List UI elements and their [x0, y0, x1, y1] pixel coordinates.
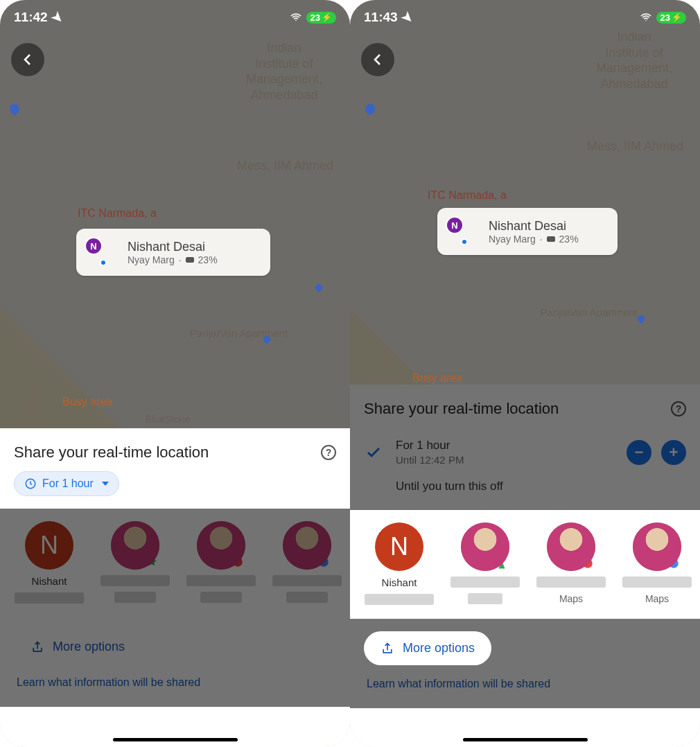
location-services-icon: ➤ [398, 8, 417, 27]
map-poi-label: Mess, IIM Ahmed [587, 139, 683, 155]
map-poi-label: ITC Narmada, a [78, 206, 157, 220]
battery-icon [547, 236, 555, 242]
share-target-person[interactable] [94, 521, 176, 604]
person-name: Nishant [382, 577, 417, 588]
current-location-dot [100, 259, 107, 266]
clock-icon [24, 477, 37, 490]
battery-icon [186, 257, 194, 263]
share-target-person[interactable] [266, 521, 348, 604]
location-card[interactable]: N Nishant Desai Nyay Marg · 23% [437, 208, 618, 255]
share-target-person[interactable] [180, 521, 262, 604]
maps-badge-icon [229, 553, 247, 571]
person-sublabel: Maps [536, 593, 606, 604]
share-target-person[interactable]: Maps [530, 522, 612, 605]
avatar [197, 521, 245, 570]
maps-badge-icon [665, 554, 683, 572]
battery-pill: 23⚡ [656, 12, 686, 24]
svg-point-3 [583, 559, 593, 568]
charging-icon: ⚡ [672, 12, 682, 22]
help-icon[interactable]: ? [671, 401, 686, 416]
more-options-button[interactable]: More options [364, 631, 491, 665]
status-time: 11:43 [364, 10, 398, 25]
increase-duration-button[interactable]: + [661, 440, 686, 465]
people-row: N Nishant [0, 509, 350, 617]
map-poi-label: IndianInstitute ofManagement,Ahmedabad [596, 29, 672, 91]
help-icon[interactable]: ? [321, 445, 336, 460]
sheet-title: Share your real-time location [14, 443, 209, 462]
home-indicator[interactable] [113, 738, 238, 741]
avatar [111, 521, 159, 570]
learn-link[interactable]: Learn what information will be shared [364, 665, 686, 692]
card-subline: Nyay Marg · 23% [489, 234, 579, 245]
current-location-dot [461, 238, 468, 245]
maps-badge-icon [579, 554, 597, 572]
map-poi-label: IndianInstitute ofManagement,Ahmedabad [246, 40, 322, 103]
decrease-duration-button[interactable]: − [627, 440, 651, 465]
map-poi-label: ITC Narmada, a [428, 188, 507, 202]
map-poi-label: ParijatVan Apartment [540, 306, 638, 319]
status-time: 11:42 [14, 10, 48, 25]
svg-point-2 [319, 557, 329, 567]
avatar [547, 522, 595, 571]
back-button[interactable] [361, 43, 394, 76]
check-icon [364, 443, 383, 462]
avatar-initial: N [446, 216, 464, 234]
person-sublabel: Maps [622, 593, 692, 604]
card-person-name: Nishant Desai [128, 240, 218, 254]
avatar: N [375, 522, 423, 571]
avatar [283, 521, 331, 570]
avatar [633, 522, 681, 571]
location-services-icon: ➤ [48, 8, 67, 27]
avatar: N [25, 521, 73, 570]
map-busy-area-label: Busy area [62, 395, 112, 409]
wifi-icon [290, 11, 302, 24]
wifi-icon [640, 11, 652, 24]
learn-link[interactable]: Learn what information will be shared [14, 664, 336, 690]
share-icon [30, 640, 44, 654]
person-name: Nishant [32, 575, 67, 587]
duration-label: For 1 hour [396, 439, 614, 452]
map-busy-area-label: Busy area [412, 371, 462, 385]
battery-pill: 23⚡ [306, 12, 336, 24]
svg-point-4 [669, 559, 679, 568]
chevron-down-icon [102, 482, 109, 486]
share-target-person[interactable] [444, 522, 526, 605]
duration-option-1hour[interactable]: For 1 hour Until 12:42 PM − + [364, 434, 686, 470]
share-target-person[interactable]: Maps [616, 522, 698, 605]
sheet-title: Share your real-time location [364, 400, 559, 418]
svg-point-1 [233, 557, 243, 567]
avatar-initial: N [85, 237, 103, 255]
maps-badge-icon [493, 554, 511, 572]
share-target-person[interactable]: N Nishant [358, 522, 440, 605]
map-poi-label: BlueStone [146, 414, 191, 426]
back-button[interactable] [11, 43, 44, 76]
maps-badge-icon [143, 553, 161, 571]
card-person-name: Nishant Desai [489, 219, 579, 234]
avatar [461, 522, 509, 571]
charging-icon: ⚡ [322, 12, 332, 22]
maps-badge-icon [315, 553, 333, 571]
map-poi-label: ParijatVan Apartment [190, 327, 288, 340]
more-options-button[interactable]: More options [14, 630, 141, 664]
location-card[interactable]: N Nishant Desai Nyay Marg · 23% [76, 229, 270, 276]
share-target-person[interactable]: N Nishant [8, 521, 90, 604]
card-subline: Nyay Marg · 23% [128, 254, 218, 265]
duration-subtext: Until 12:42 PM [396, 454, 614, 466]
map-poi-label: Mess, IIM Ahmed [237, 158, 333, 174]
home-indicator[interactable] [463, 738, 588, 741]
duration-option-until-off[interactable]: Until you turn this off [364, 470, 686, 506]
share-icon [380, 642, 394, 656]
duration-chip[interactable]: For 1 hour [14, 471, 119, 496]
people-row: N Nishant [350, 510, 700, 619]
